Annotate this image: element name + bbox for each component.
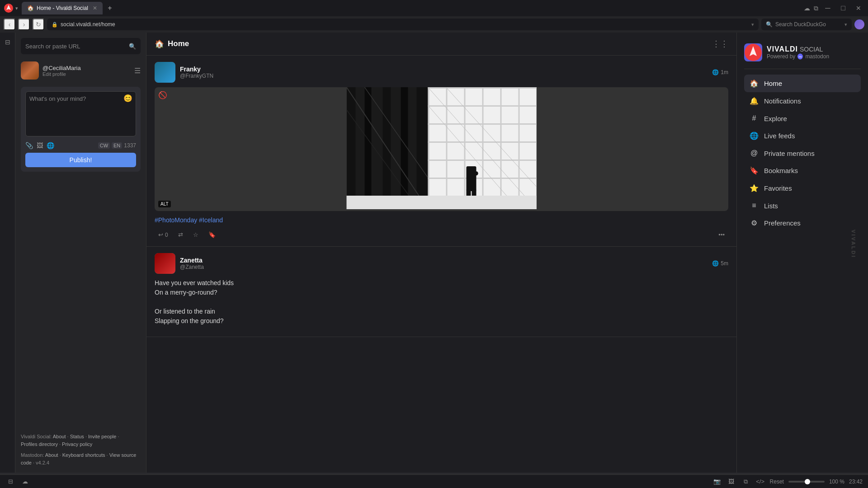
- emoji-picker-icon[interactable]: 😊: [123, 94, 132, 103]
- notifications-nav-label: Notifications: [764, 97, 801, 105]
- maximize-button[interactable]: □: [837, 4, 849, 12]
- nav-item-bookmarks[interactable]: 🔖Bookmarks: [744, 162, 861, 179]
- feed-settings-icon[interactable]: ⋮⋮: [712, 39, 728, 49]
- post-image-1: 🚫: [155, 87, 728, 211]
- tab-close-icon[interactable]: ✕: [93, 5, 97, 11]
- post-card-1: Franky @FrankyGTN 🌐 1m 🚫: [146, 56, 736, 247]
- browser-search-bar[interactable]: 🔍 Search DuckDuckGo ▾: [761, 19, 852, 30]
- sidebar-toggle-icon[interactable]: ⊟: [2, 36, 14, 48]
- privacy-link[interactable]: Privacy policy: [62, 441, 92, 447]
- home-nav-icon: 🏠: [155, 39, 164, 49]
- post-author-handle-1[interactable]: @FrankyGTN: [180, 73, 708, 79]
- en-badge[interactable]: EN: [112, 142, 122, 149]
- bookmarks-nav-label: Bookmarks: [764, 167, 798, 174]
- image-icon[interactable]: 🖼: [37, 142, 43, 149]
- nav-item-private-mentions[interactable]: @Private mentions: [744, 145, 861, 162]
- url-search-container[interactable]: 🔍: [21, 38, 141, 54]
- compose-textarea[interactable]: [25, 91, 136, 136]
- bottom-cloud-icon[interactable]: ☁: [20, 477, 30, 487]
- globe-privacy-icon[interactable]: 🌐: [47, 142, 54, 149]
- hashtag-iceland[interactable]: #Iceland: [199, 216, 223, 224]
- alt-badge-1[interactable]: ALT: [158, 201, 171, 207]
- cw-badge[interactable]: CW: [98, 142, 110, 149]
- post-card-2: Zanetta @Zanetta 🌐 5m Have you ever watc…: [146, 247, 736, 337]
- m-about-link[interactable]: About: [45, 452, 58, 458]
- status-link[interactable]: Status: [70, 434, 84, 439]
- lock-icon: 🔒: [52, 22, 58, 28]
- minimize-button[interactable]: ─: [822, 4, 834, 12]
- window-tile-icon[interactable]: ⧉: [814, 5, 818, 12]
- more-button-1[interactable]: •••: [715, 230, 728, 240]
- nav-item-preferences[interactable]: ⚙Preferences: [744, 214, 861, 232]
- window-bottom-icon[interactable]: ⧉: [741, 477, 751, 487]
- post-header-1: Franky @FrankyGTN 🌐 1m: [155, 62, 728, 83]
- reset-label[interactable]: Reset: [770, 479, 784, 485]
- title-bar-left: ▾: [4, 3, 18, 13]
- sensitive-icon-1[interactable]: 🚫: [158, 91, 167, 99]
- vivaldi-logo-icon[interactable]: [4, 3, 14, 13]
- bottom-bar: ⊟ ☁ 📷 🖼 ⧉ </> Reset 100 % 23:42: [0, 474, 868, 488]
- bookmark-icon: 🔖: [208, 231, 216, 238]
- about-link[interactable]: About: [53, 434, 66, 439]
- image-bottom-icon[interactable]: 🖼: [726, 477, 736, 487]
- mastodon-links: Mastodon: About · Keyboard shortcuts · V…: [21, 451, 141, 467]
- brand-text: VIVALDI SOCIAL Powered by m mastodon: [767, 45, 829, 60]
- post-avatar-2: [155, 253, 175, 274]
- close-button[interactable]: ✕: [853, 5, 864, 12]
- nav-item-notifications[interactable]: 🔔Notifications: [744, 92, 861, 110]
- post-author-name-1[interactable]: Franky: [180, 66, 708, 73]
- address-text: social.vivaldi.net/home: [61, 21, 115, 28]
- tab-home[interactable]: 🏠 Home - Vivaldi Social ✕: [22, 2, 103, 14]
- publish-button[interactable]: Publish!: [25, 153, 136, 167]
- vivaldi-watermark-text: VIVALDI: [851, 230, 856, 258]
- bookmark-button-1[interactable]: 🔖: [205, 230, 219, 240]
- bottom-panel-toggle[interactable]: ⊟: [5, 477, 15, 487]
- tab-dropdown-icon[interactable]: ▾: [15, 5, 18, 11]
- post-text-1: #PhotoMonday #Iceland: [155, 216, 728, 225]
- address-dropdown-icon[interactable]: ▾: [751, 22, 754, 28]
- profile-edit-link[interactable]: Edit profile: [42, 71, 131, 77]
- compose-box: 😊 📎 🖼 🌐 CW EN 1337 Publish!: [21, 87, 141, 172]
- post-photo-svg-1: [155, 87, 728, 209]
- search-dropdown-icon[interactable]: ▾: [844, 22, 847, 28]
- post-author-name-2[interactable]: Zanetta: [180, 257, 708, 264]
- brand-subtitle: Powered by m mastodon: [767, 53, 829, 60]
- more-dots-icon: •••: [718, 231, 725, 238]
- back-button[interactable]: ‹: [4, 19, 15, 30]
- private-mentions-nav-label: Private mentions: [764, 150, 815, 157]
- zoom-slider[interactable]: [788, 481, 825, 483]
- profile-handle: @CeciliaMaria: [42, 65, 131, 71]
- address-bar[interactable]: 🔒 social.vivaldi.net/home ▾: [47, 19, 759, 30]
- feed-title-text: Home: [168, 39, 189, 48]
- nav-item-live-feeds[interactable]: 🌐Live feeds: [744, 127, 861, 145]
- nav-item-home[interactable]: 🏠Home: [744, 75, 861, 92]
- nav-item-lists[interactable]: ≡Lists: [744, 197, 861, 214]
- private-mentions-nav-icon: @: [750, 149, 759, 157]
- nav-items-container: 🏠Home🔔Notifications#Explore🌐Live feeds@P…: [744, 75, 861, 232]
- profiles-dir-link[interactable]: Profiles directory: [21, 441, 58, 447]
- search-input[interactable]: [25, 43, 125, 50]
- search-magnifier-icon: 🔍: [766, 21, 773, 28]
- vivaldi-brand-logo: [744, 43, 762, 61]
- keyboard-link[interactable]: Keyboard shortcuts: [62, 452, 105, 458]
- camera-icon[interactable]: 📷: [712, 477, 722, 487]
- nav-item-favorites[interactable]: ⭐Favorites: [744, 179, 861, 197]
- new-tab-button[interactable]: +: [104, 3, 115, 14]
- invite-link[interactable]: Invite people: [88, 434, 116, 439]
- forward-button[interactable]: ›: [18, 19, 30, 30]
- boost-button-1[interactable]: ⇄: [175, 230, 187, 240]
- hashtag-photomon[interactable]: #PhotoMonday: [155, 216, 197, 224]
- svg-rect-5: [347, 87, 356, 209]
- favorite-button-1[interactable]: ☆: [189, 230, 202, 240]
- cloud-sync-icon[interactable]: ☁: [804, 5, 810, 12]
- reload-button[interactable]: ↻: [33, 19, 44, 30]
- code-icon[interactable]: </>: [755, 477, 765, 487]
- nav-item-explore[interactable]: #Explore: [744, 110, 861, 127]
- attach-icon[interactable]: 📎: [25, 142, 33, 149]
- browser-profile-avatar[interactable]: [854, 19, 864, 29]
- reply-button-1[interactable]: ↩ 0: [155, 230, 172, 240]
- profile-menu-button[interactable]: ☰: [134, 66, 141, 75]
- post-time-2: 5m: [721, 260, 728, 267]
- panel-sidebar: ⊟: [0, 33, 15, 473]
- post-author-handle-2[interactable]: @Zanetta: [180, 264, 708, 270]
